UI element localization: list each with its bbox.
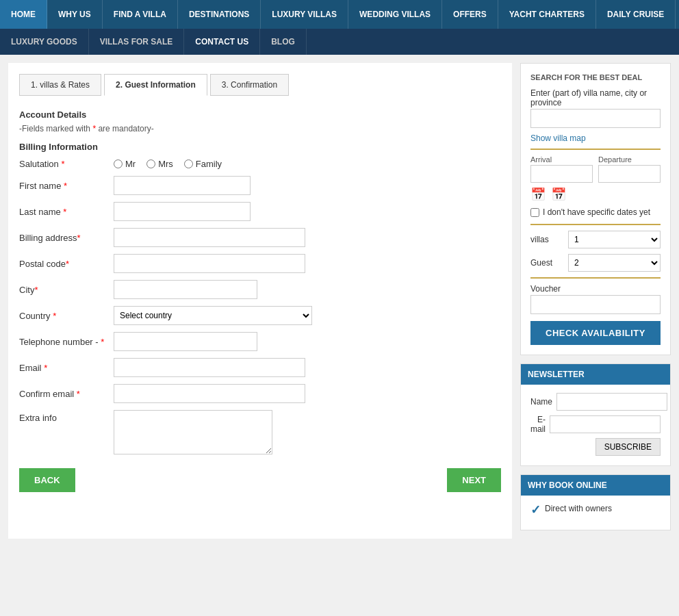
search-description: Enter (part of) villa name, city or prov… [530,88,661,107]
postal-code-input[interactable] [114,254,305,273]
email-label: Email * [19,363,108,373]
nav-contact-us[interactable]: CONTACT US [184,29,260,55]
nav-villas-for-sale[interactable]: VILLAS FOR SALE [89,29,185,55]
checkmark-icon: ✓ [530,504,541,516]
newsletter-email-input[interactable] [550,415,661,433]
arrival-col: Arrival 07-04-2016 [530,155,593,183]
nav-wedding-villas[interactable]: WEDDING VILLAS [348,0,442,29]
departure-col: Departure 15-04-2016 [598,155,661,183]
step-guest-info[interactable]: 2. Guest Information [104,74,207,96]
confirm-email-row: Confirm email * [19,384,501,403]
salutation-mr-radio[interactable] [114,159,123,168]
divider [530,149,661,150]
villas-select[interactable]: 1 2 3 [568,231,661,248]
salutation-options: Mr Mrs Family [114,159,222,169]
mandatory-prefix: -Fields marked with [19,124,90,133]
nl-email-label: E-mail [530,415,546,434]
primary-nav: HOME WHY US FIND A VILLA DESTINATIONS LU… [0,0,679,29]
salutation-family-radio[interactable] [184,159,193,168]
nl-name-label: Name [530,397,552,407]
arrival-input[interactable]: 07-04-2016 [530,165,593,183]
back-button[interactable]: BACK [19,468,75,492]
billing-address-row: Billing address* [19,228,501,247]
extra-info-label: Extra info [19,410,108,423]
no-dates-row: I don't have specific dates yet [530,207,661,217]
telephone-row: Telephone number - * [19,332,501,351]
salutation-mrs[interactable]: Mrs [146,159,173,169]
no-dates-checkbox[interactable] [530,208,539,217]
country-row: Country * Select country [19,306,501,325]
subscribe-button[interactable]: SUBSCRIBE [595,438,661,456]
no-dates-label: I don't have specific dates yet [543,207,650,217]
first-name-label: First name * [19,181,108,191]
sidebar: SEARCH FOR THE BEST DEAL Enter (part of)… [520,63,671,539]
confirm-email-label: Confirm email * [19,389,108,399]
step-confirmation[interactable]: 3. Confirmation [210,74,289,96]
telephone-input[interactable] [114,332,257,351]
nav-daily-cruise[interactable]: DAILY CRUISE [596,0,676,29]
nav-blog[interactable]: BLOG [260,29,307,55]
mandatory-note: -Fields marked with * are mandatory- [19,124,501,133]
step-villas-rates[interactable]: 1. villas & Rates [19,74,101,96]
divider3 [530,277,661,279]
first-name-row: First name * [19,176,501,195]
guest-select[interactable]: 1 2 3 4 [568,254,661,272]
main-content: 1. villas & Rates 2. Guest Information 3… [8,63,512,539]
search-panel: SEARCH FOR THE BEST DEAL Enter (part of)… [520,63,671,355]
extra-info-textarea[interactable] [114,410,272,454]
arrival-calendar-icon[interactable]: 📅 [530,187,546,202]
postal-code-row: Postal code* [19,254,501,273]
salutation-mrs-radio[interactable] [146,159,155,168]
email-input[interactable] [114,358,305,377]
last-name-row: Last name * [19,202,501,221]
nav-home[interactable]: HOME [0,0,47,29]
telephone-label: Telephone number - * [19,337,108,347]
nav-why-us[interactable]: WHY US [47,0,103,29]
salutation-mr[interactable]: Mr [114,159,136,169]
divider2 [530,224,661,225]
newsletter-name-input[interactable] [556,393,667,411]
arrival-label: Arrival [530,155,593,164]
guest-row: Guest 1 2 3 4 [530,254,661,272]
nav-destinations[interactable]: DESTINATIONS [178,0,261,29]
nav-find-villa[interactable]: FIND A VILLA [103,0,178,29]
city-input[interactable] [114,280,257,299]
first-name-input[interactable] [114,176,251,195]
billing-address-input[interactable] [114,228,305,247]
billing-info-title: Billing Information [19,142,501,152]
confirm-email-input[interactable] [114,384,305,403]
check-availability-button[interactable]: CHECK AVAILABILITY [530,321,661,345]
nav-luxury-villas[interactable]: LUXURY VILLAS [261,0,348,29]
search-panel-title: SEARCH FOR THE BEST DEAL [530,73,661,81]
guest-label: Guest [530,258,568,268]
last-name-input[interactable] [114,202,251,221]
email-row: Email * [19,358,501,377]
country-select[interactable]: Select country [114,306,312,325]
mandatory-star: * [92,124,96,133]
calendar-row: 📅 📅 [530,187,661,202]
nav-luxury-goods[interactable]: LUXURY GOODS [0,29,89,55]
postal-code-label: Postal code* [19,259,108,269]
date-row: Arrival 07-04-2016 Departure 15-04-2016 [530,155,661,183]
account-details-title: Account Details [19,110,501,120]
voucher-label: Voucher [530,284,661,294]
villas-row: villas 1 2 3 [530,231,661,248]
why-book-title: WHY BOOK ONLINE [521,475,670,496]
country-label: Country * [19,311,108,321]
last-name-label: Last name * [19,207,108,217]
next-button[interactable]: NEXT [447,468,501,492]
newsletter-email-row: E-mail [530,415,661,434]
voucher-input[interactable] [530,295,661,314]
departure-calendar-icon[interactable]: 📅 [551,187,566,202]
salutation-family[interactable]: Family [184,159,222,169]
city-row: City* [19,280,501,299]
departure-label: Departure [598,155,661,164]
departure-input[interactable]: 15-04-2016 [598,165,661,183]
search-villa-input[interactable] [530,109,661,128]
show-villa-map-link[interactable]: Show villa map [530,133,661,143]
why-item-1: ✓ Direct with owners [530,504,661,516]
nav-yacht-charters[interactable]: YACHT CHARTERS [498,0,596,29]
newsletter-title: NEWSLETTER [521,364,670,385]
nav-offers[interactable]: OFFERS [442,0,498,29]
salutation-row: Salutation * Mr Mrs Family [19,159,501,169]
